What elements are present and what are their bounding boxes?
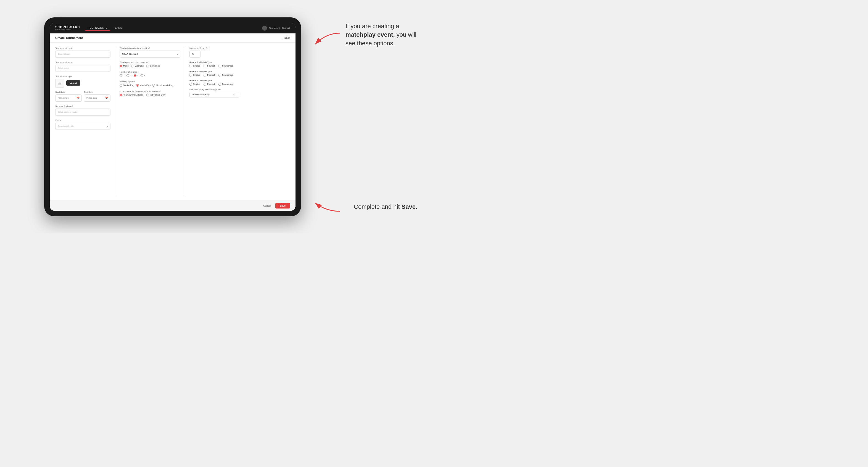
round1-singles[interactable]: Singles (189, 65, 200, 67)
round2-fourball-label: Fourball (207, 74, 215, 76)
calendar-icon-2: 📅 (105, 97, 108, 99)
round1-fourball-label: Fourball (207, 65, 215, 67)
brand-subtitle: Powered by clippit (55, 29, 80, 30)
tournament-logo-group: Tournament logo ⛰ Upload (55, 75, 111, 88)
brand-title: SCOREBOARD (55, 26, 80, 29)
round3-fourball-label: Fourball (207, 83, 215, 85)
round2-options: Singles Fourball Foursomes (189, 74, 290, 76)
event-type-label: Is this event for Teams and/or Individua… (120, 90, 180, 93)
tab-tournaments[interactable]: TOURNAMENTS (85, 25, 110, 31)
main-content: Create Tournament ← Back Tournament Host… (50, 33, 296, 211)
form-footer: Cancel Save (50, 200, 296, 211)
event-teams[interactable]: Teams (+Individuals) (120, 94, 144, 96)
venue-input[interactable] (55, 123, 111, 130)
rounds-4-label: 4 (144, 74, 145, 77)
third-party-clear[interactable]: × ˅ (233, 93, 237, 96)
rounds-4[interactable]: 4 (141, 74, 145, 77)
logo-area: ⛰ Upload (55, 79, 111, 88)
gender-combined[interactable]: Combined (146, 65, 160, 67)
event-individuals[interactable]: Individuals Only (146, 94, 165, 96)
annotation-top: If you are creating a matchplay event, y… (345, 22, 423, 48)
round3-singles[interactable]: Singles (189, 83, 200, 86)
rounds-3[interactable]: 3 (134, 74, 138, 77)
round2-foursomes[interactable]: Foursomes (218, 74, 233, 76)
user-info: Test User | (269, 27, 280, 29)
end-date-label: End date (84, 91, 111, 93)
gender-womens-label: Womens (135, 65, 144, 67)
arrow-bottom-icon (310, 200, 343, 214)
rounds-2-label: 2 (130, 74, 131, 77)
rounds-3-label: 3 (137, 74, 138, 77)
sign-out-link[interactable]: Sign out (282, 27, 290, 29)
end-date-group: End date 📅 (84, 91, 111, 102)
rounds-2[interactable]: 2 (126, 74, 131, 77)
gender-womens[interactable]: Womens (131, 65, 144, 67)
rounds-group: Number of rounds 1 2 (120, 71, 180, 77)
calendar-icon: 📅 (76, 97, 80, 99)
arrow-top-icon (310, 30, 343, 47)
round2-singles-label: Singles (193, 74, 200, 76)
round2-singles[interactable]: Singles (189, 74, 200, 76)
round3-foursomes[interactable]: Foursomes (218, 83, 233, 86)
start-date-label: Start date (55, 91, 82, 93)
back-button[interactable]: ← Back (281, 36, 290, 39)
left-column: Tournament Host Tournament name Tourname… (55, 47, 111, 196)
round2-foursomes-label: Foursomes (222, 74, 233, 76)
scoring-label: Scoring system (120, 81, 180, 83)
tournament-host-label: Tournament Host (55, 47, 111, 50)
division-group: Which division is the event for? NCAA Di… (120, 47, 180, 58)
round1-fourball[interactable]: Fourball (204, 65, 215, 67)
upload-button[interactable]: Upload (66, 81, 81, 86)
tournament-name-group: Tournament name (55, 61, 111, 72)
round2-match-type: Round 2 - Match Type Singles Fourball (189, 70, 290, 76)
gender-group: Which gender is the event for? Mens Wome… (120, 61, 180, 67)
page-header: Create Tournament ← Back (50, 33, 296, 42)
round2-fourball[interactable]: Fourball (204, 74, 215, 76)
third-party-label: Use third-party live scoring API? (189, 88, 290, 91)
mid-column: Which division is the event for? NCAA Di… (120, 47, 180, 196)
tab-teams[interactable]: TEAMS (111, 25, 125, 31)
nav-tabs: TOURNAMENTS TEAMS (85, 25, 262, 31)
scoring-match[interactable]: Match Play (136, 84, 151, 87)
max-team-size-input[interactable] (189, 51, 200, 58)
right-column: Maximum Team Size Round 1 - Match Type S… (189, 47, 290, 196)
annotation-area: If you are creating a matchplay event, y… (340, 0, 434, 234)
round3-fourball[interactable]: Fourball (204, 83, 215, 86)
scoring-medal[interactable]: Medal Match Play (152, 84, 174, 87)
dates-group: Start date 📅 End date (55, 91, 111, 102)
tournament-name-label: Tournament name (55, 61, 111, 64)
annotation-bottom: Complete and hit Save. (345, 203, 417, 211)
sponsor-input[interactable] (55, 108, 111, 116)
scoring-medal-label: Medal Match Play (156, 84, 174, 87)
gender-mens-label: Mens (123, 65, 129, 67)
scoring-stroke[interactable]: Stroke Play (120, 84, 134, 87)
tournament-name-input[interactable] (55, 65, 111, 72)
event-type-radio-group: Teams (+Individuals) Individuals Only (120, 94, 180, 96)
brand: SCOREBOARD Powered by clippit (55, 26, 80, 30)
rounds-label: Number of rounds (120, 71, 180, 73)
gender-radio-group: Mens Womens Combined (120, 65, 180, 67)
gender-combined-label: Combined (150, 65, 160, 67)
division-label: Which division is the event for? (120, 47, 180, 50)
round1-label: Round 1 - Match Type (189, 61, 290, 64)
third-party-select[interactable]: Leaderboard King × ˅ (189, 92, 239, 97)
sponsor-label: Sponsor (optional) (55, 105, 111, 107)
third-party-section: Use third-party live scoring API? Leader… (189, 88, 290, 97)
save-button[interactable]: Save (275, 203, 290, 209)
division-select[interactable]: NCAA Division I (120, 51, 180, 58)
end-date-wrapper: 📅 (84, 94, 111, 102)
event-teams-label: Teams (+Individuals) (123, 94, 144, 96)
round1-foursomes[interactable]: Foursomes (218, 65, 233, 67)
gender-mens[interactable]: Mens (120, 65, 129, 67)
third-party-value: Leaderboard King (192, 93, 210, 96)
rounds-1[interactable]: 1 (120, 74, 124, 77)
round1-match-type: Round 1 - Match Type Singles Fourball (189, 61, 290, 67)
tablet-screen: SCOREBOARD Powered by clippit TOURNAMENT… (50, 23, 296, 211)
cancel-button[interactable]: Cancel (261, 203, 273, 208)
event-type-group: Is this event for Teams and/or Individua… (120, 90, 180, 96)
tournament-host-group: Tournament Host (55, 47, 111, 58)
rounds-radio-group: 1 2 3 (120, 74, 180, 77)
scoring-radio-group: Stroke Play Match Play Medal Match Play (120, 84, 180, 87)
tournament-host-input[interactable] (55, 51, 111, 58)
rounds-1-label: 1 (123, 74, 124, 77)
